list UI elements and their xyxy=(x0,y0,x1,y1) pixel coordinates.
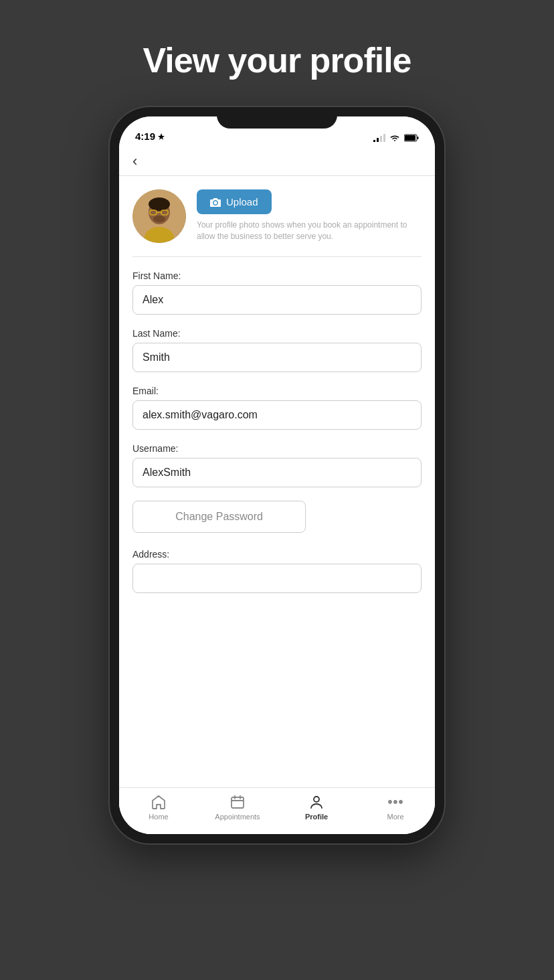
appointments-tab-label: Appointments xyxy=(215,813,260,821)
tab-profile[interactable]: Profile xyxy=(277,793,356,821)
email-group: Email: xyxy=(132,386,422,440)
top-nav: ‹ xyxy=(119,146,435,176)
first-name-group: First Name: xyxy=(132,270,422,325)
avatar-image xyxy=(132,189,186,243)
last-name-group: Last Name: xyxy=(132,328,422,383)
back-button[interactable]: ‹ xyxy=(132,154,422,169)
svg-rect-2 xyxy=(380,136,382,142)
first-name-label: First Name: xyxy=(132,270,422,281)
email-label: Email: xyxy=(132,386,422,396)
svg-rect-6 xyxy=(418,137,419,139)
wifi-icon xyxy=(389,134,400,142)
upload-description: Your profile photo shows when you book a… xyxy=(197,220,422,242)
svg-point-20 xyxy=(314,797,319,802)
status-time: 4:19 xyxy=(135,131,165,142)
screen-content: ‹ xyxy=(119,146,435,834)
notch xyxy=(217,107,337,129)
svg-point-21 xyxy=(389,801,391,803)
page-title: View your profile xyxy=(143,40,411,80)
upload-section: Upload Your profile photo shows when you… xyxy=(197,189,422,242)
username-input[interactable] xyxy=(132,458,422,487)
location-icon xyxy=(158,133,165,140)
last-name-label: Last Name: xyxy=(132,328,422,339)
email-input[interactable] xyxy=(132,400,422,430)
svg-point-9 xyxy=(149,197,170,211)
profile-photo-section: Upload Your profile photo shows when you… xyxy=(132,189,422,257)
tab-more[interactable]: More xyxy=(356,793,435,821)
home-icon xyxy=(150,793,167,811)
svg-point-22 xyxy=(394,801,397,803)
phone-screen: 4:19 xyxy=(119,116,435,834)
upload-button[interactable]: Upload xyxy=(197,189,272,214)
tab-home[interactable]: Home xyxy=(119,793,198,821)
home-tab-label: Home xyxy=(149,813,168,821)
address-input[interactable] xyxy=(132,564,422,593)
svg-rect-3 xyxy=(383,134,385,142)
svg-rect-0 xyxy=(373,140,375,142)
tab-appointments[interactable]: Appointments xyxy=(198,793,277,821)
profile-icon xyxy=(308,793,325,811)
battery-icon xyxy=(404,134,419,142)
signal-icon xyxy=(373,134,385,142)
scroll-area: Upload Your profile photo shows when you… xyxy=(119,176,435,787)
appointments-icon xyxy=(229,793,246,811)
change-password-button[interactable]: Change Password xyxy=(132,501,306,533)
avatar xyxy=(132,189,186,243)
first-name-input[interactable] xyxy=(132,285,422,315)
svg-rect-5 xyxy=(405,135,416,141)
tab-bar: Home Appointments xyxy=(119,787,435,834)
more-icon xyxy=(387,793,404,811)
last-name-input[interactable] xyxy=(132,343,422,372)
svg-point-14 xyxy=(153,216,165,222)
more-tab-label: More xyxy=(387,813,403,821)
svg-rect-16 xyxy=(232,797,244,808)
username-group: Username: xyxy=(132,443,422,498)
address-label: Address: xyxy=(132,549,422,560)
status-icons xyxy=(373,134,419,142)
svg-point-15 xyxy=(214,201,217,204)
svg-rect-1 xyxy=(377,138,379,142)
phone-shell: 4:19 xyxy=(110,107,444,843)
svg-point-23 xyxy=(399,801,402,803)
username-label: Username: xyxy=(132,443,422,454)
profile-tab-label: Profile xyxy=(305,813,328,821)
camera-icon xyxy=(210,197,221,207)
address-section: Address: xyxy=(132,549,422,604)
